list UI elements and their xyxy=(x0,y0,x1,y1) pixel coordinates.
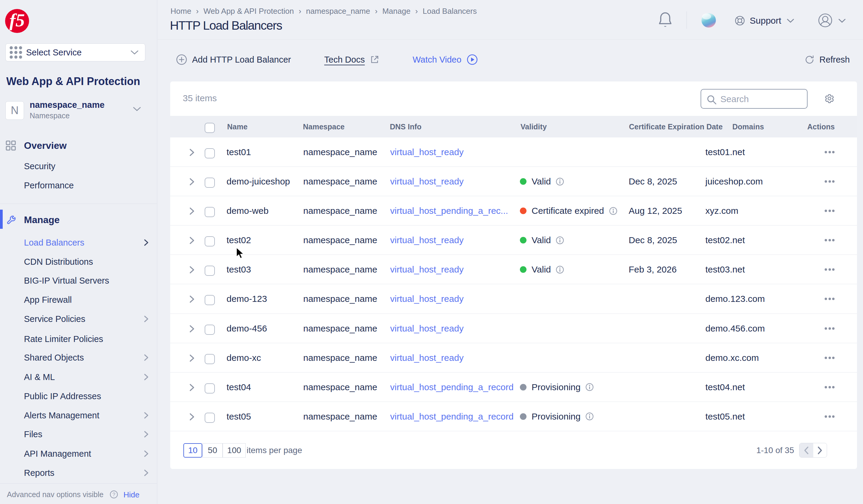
svg-text:f5: f5 xyxy=(9,10,25,30)
svg-text:?: ? xyxy=(112,492,115,497)
